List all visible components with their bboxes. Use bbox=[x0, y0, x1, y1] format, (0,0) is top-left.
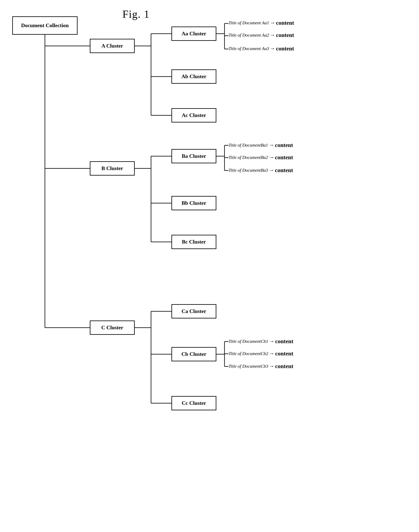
doc-ba3: Title of DocumentBa3 → content bbox=[229, 167, 293, 173]
arrow-cb1: → bbox=[269, 338, 274, 344]
cb-cluster-node: Cb Cluster bbox=[171, 347, 216, 361]
a-cluster-node: A Cluster bbox=[90, 39, 135, 53]
arrow-cb3: → bbox=[269, 363, 274, 369]
c-cluster-node: C Cluster bbox=[90, 320, 135, 335]
cb-cluster-label: Cb Cluster bbox=[182, 351, 206, 357]
doc-cb3-title: Title of DocumentCb3 bbox=[229, 364, 268, 369]
doc-ba3-content: content bbox=[275, 167, 293, 173]
doc-cb3: Title of DocumentCb3 → content bbox=[229, 363, 293, 370]
b-cluster-node: B Cluster bbox=[90, 161, 135, 175]
bc-cluster-label: Bc Cluster bbox=[182, 239, 206, 245]
doc-aa1: Title of Document Aa1 → content bbox=[229, 20, 294, 26]
arrow-ba3: → bbox=[269, 167, 274, 173]
aa-cluster-node: Aa Cluster bbox=[171, 27, 216, 41]
arrow-aa3: → bbox=[270, 46, 275, 52]
arrow-aa2: → bbox=[270, 32, 275, 38]
ac-cluster-label: Ac Cluster bbox=[182, 112, 206, 119]
doc-cb1: Title of DocumentCb1 → content bbox=[229, 338, 293, 345]
ab-cluster-label: Ab Cluster bbox=[182, 73, 206, 80]
arrow-cb2: → bbox=[269, 350, 274, 357]
bb-cluster-label: Bb Cluster bbox=[182, 200, 206, 206]
a-cluster-label: A Cluster bbox=[101, 43, 123, 49]
doc-aa2-title: Title of Document Aa2 bbox=[229, 32, 269, 38]
arrow-ba2: → bbox=[269, 154, 274, 160]
doc-ba3-title: Title of DocumentBa3 bbox=[229, 168, 268, 173]
doc-cb1-title: Title of DocumentCb1 bbox=[229, 339, 268, 344]
cc-cluster-node: Cc Cluster bbox=[171, 396, 216, 410]
ac-cluster-node: Ac Cluster bbox=[171, 108, 216, 122]
doc-aa3-content: content bbox=[276, 45, 294, 52]
doc-aa1-content: content bbox=[276, 20, 294, 26]
doc-ba2-content: content bbox=[275, 154, 293, 161]
ca-cluster-label: Ca Cluster bbox=[182, 308, 206, 314]
root-label: Document Collection bbox=[21, 23, 69, 28]
doc-aa2-content: content bbox=[276, 32, 294, 38]
doc-aa2: Title of Document Aa2 → content bbox=[229, 32, 294, 38]
cc-cluster-label: Cc Cluster bbox=[182, 400, 206, 406]
doc-cb3-content: content bbox=[275, 363, 293, 370]
arrow-aa1: → bbox=[270, 20, 275, 26]
doc-cb2-content: content bbox=[275, 350, 293, 357]
ca-cluster-node: Ca Cluster bbox=[171, 304, 216, 319]
doc-cb2-title: Title of DocumentCb2 bbox=[229, 351, 268, 356]
b-cluster-label: B Cluster bbox=[101, 165, 123, 172]
bb-cluster-node: Bb Cluster bbox=[171, 196, 216, 210]
doc-aa1-title: Title of Document Aa1 bbox=[229, 20, 269, 26]
doc-cb2: Title of DocumentCb2 → content bbox=[229, 350, 293, 357]
doc-ba2-title: Title of DocumentBa2 bbox=[229, 155, 268, 160]
doc-ba1: Title of DocumentBa1 → content bbox=[229, 142, 293, 148]
doc-cb1-content: content bbox=[275, 338, 293, 345]
doc-ba2: Title of DocumentBa2 → content bbox=[229, 154, 293, 161]
page-title: Fig. 1 bbox=[122, 8, 150, 20]
arrow-ba1: → bbox=[269, 142, 274, 148]
doc-ba1-content: content bbox=[275, 142, 293, 148]
ab-cluster-node: Ab Cluster bbox=[171, 69, 216, 84]
ba-cluster-label: Ba Cluster bbox=[182, 153, 206, 159]
bc-cluster-node: Bc Cluster bbox=[171, 235, 216, 249]
aa-cluster-label: Aa Cluster bbox=[182, 31, 206, 37]
c-cluster-label: C Cluster bbox=[101, 325, 123, 331]
doc-ba1-title: Title of DocumentBa1 bbox=[229, 143, 268, 148]
doc-aa3: Title of Document Aa3 → content bbox=[229, 45, 294, 52]
ba-cluster-node: Ba Cluster bbox=[171, 149, 216, 163]
doc-aa3-title: Title of Document Aa3 bbox=[229, 46, 269, 51]
root-node: Document Collection bbox=[12, 16, 78, 35]
